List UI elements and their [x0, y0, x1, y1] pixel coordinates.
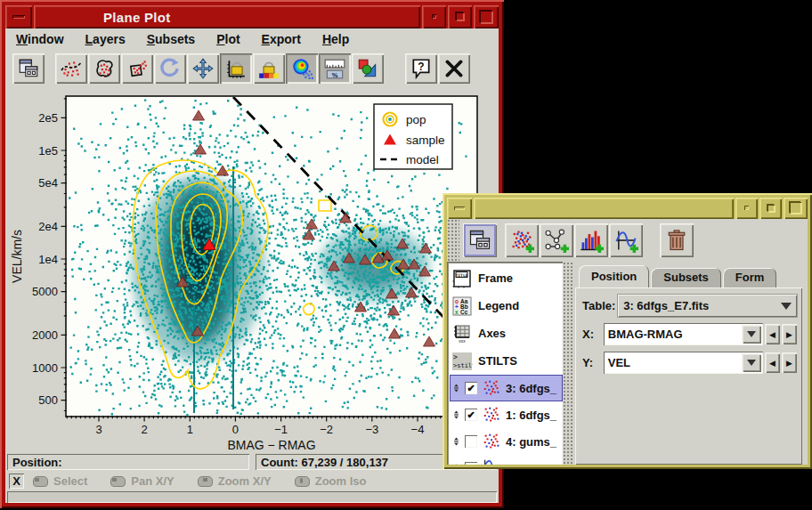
restore-button[interactable]	[474, 5, 499, 28]
layer-item-3[interactable]: 4: gums_	[450, 428, 563, 455]
window-menu-button[interactable]	[447, 198, 472, 219]
maximize-button[interactable]	[448, 5, 472, 28]
stack-item-label: Frame	[478, 271, 513, 285]
hint-label: Pan X/Y	[131, 474, 174, 488]
plane-plot-chart[interactable]: 3210−1−2−3−42e51e55e42e41e45000200010005…	[5, 87, 499, 455]
legend-icon: oAa+BbxCc	[451, 295, 473, 317]
aux-percent-button[interactable]: %	[319, 53, 351, 84]
menu-subsets[interactable]: Subsets	[147, 32, 195, 46]
layer-visibility-checkbox[interactable]: ✔	[465, 462, 477, 465]
layer-item-4[interactable]: ✔Function	[450, 455, 563, 465]
titlebar[interactable]: Plane Plot	[5, 5, 499, 28]
panel-divider[interactable]	[563, 262, 573, 465]
y-dropdown-button[interactable]	[742, 353, 761, 372]
layer-visibility-checkbox[interactable]: ✔	[465, 382, 477, 394]
menu-export[interactable]: Export	[262, 32, 301, 46]
rescale-x-button[interactable]	[88, 53, 120, 84]
windows-button[interactable]	[463, 223, 497, 257]
reorder-handle-icon[interactable]	[451, 406, 461, 424]
x-next-button[interactable]: ▶	[782, 324, 797, 344]
menu-help[interactable]: Help	[322, 32, 349, 46]
minimize-button[interactable]	[735, 198, 758, 219]
window-body: TITLEFrameoAa+BbxCcLegendxxxAxes>>stilts…	[447, 219, 808, 465]
toolbar-grip[interactable]	[447, 219, 459, 262]
x-field-row: X: BMAG-RMAG ◀ ▶	[582, 323, 797, 345]
svg-text:TITLE: TITLE	[456, 272, 468, 277]
lock-axes-button[interactable]	[220, 53, 252, 84]
x-tick-label: 0	[232, 423, 239, 436]
x-coordinate-combo[interactable]: BMAG-RMAG	[604, 323, 763, 345]
titlebar[interactable]	[447, 198, 808, 219]
stack-item-legend[interactable]: oAa+BbxCcLegend	[450, 292, 563, 320]
menu-plot[interactable]: Plot	[216, 32, 240, 46]
reorder-handle-icon[interactable]	[451, 433, 461, 450]
menu-layers[interactable]: Layers	[85, 32, 126, 46]
window-menu-button[interactable]	[5, 5, 32, 28]
add-scatter-layer-button[interactable]	[505, 223, 539, 257]
replot-icon	[158, 57, 182, 80]
layer-visibility-checkbox[interactable]	[465, 435, 477, 448]
scatter-layer-icon	[481, 432, 502, 451]
lock-aux-range-button[interactable]	[253, 53, 285, 84]
close-button[interactable]	[438, 53, 470, 84]
y-label: Y:	[582, 356, 604, 369]
svg-text:Cc: Cc	[460, 308, 468, 314]
add-function-layer-button[interactable]	[609, 223, 643, 257]
x-label: X:	[582, 328, 604, 341]
restore-button[interactable]	[784, 198, 808, 219]
reorder-handle-icon[interactable]	[451, 379, 461, 397]
add-histogram-layer-button[interactable]	[574, 223, 608, 257]
minimize-icon	[744, 206, 749, 210]
add-link-layer-button[interactable]	[540, 223, 573, 257]
maximize-button[interactable]	[759, 198, 782, 219]
aux-shader-button[interactable]	[286, 53, 318, 84]
help-button[interactable]: ?	[405, 53, 437, 84]
x-tick-label: −3	[365, 423, 378, 436]
layer-item-2[interactable]: ✔1: 6dfgs_	[450, 401, 563, 428]
selection-x-toggle[interactable]: X	[9, 474, 24, 489]
menubar: WindowLayersSubsetsPlotExportHelp	[5, 28, 499, 50]
y-axis-label: VEL/km/s	[10, 230, 24, 283]
svg-text:xxx: xxx	[459, 337, 466, 343]
layer-stack-list[interactable]: TITLEFrameoAa+BbxCcLegendxxxAxes>>stilts…	[447, 262, 563, 465]
y-tick-label: 1000	[32, 361, 58, 375]
aux-shader-icon	[290, 57, 313, 80]
pan-axes-button[interactable]	[187, 53, 219, 84]
table-field-row: Table: 3: 6dfgs_E7.fits	[582, 295, 797, 317]
x-coordinate-value: BMAG-RMAG	[604, 328, 742, 341]
table-select[interactable]: 3: 6dfgs_E7.fits	[618, 295, 797, 317]
main-toolbar: %?	[5, 50, 499, 87]
layer-visibility-checkbox[interactable]: ✔	[465, 409, 477, 421]
svg-text:>stilts: >stilts	[453, 362, 473, 369]
y-tick-label: 500	[38, 393, 58, 407]
rescale-button[interactable]	[55, 53, 87, 84]
delete-layer-button[interactable]	[660, 223, 694, 257]
menu-window[interactable]: Window	[16, 32, 64, 46]
plot-region[interactable]: 3210−1−2−3−42e51e55e42e41e45000200010005…	[5, 87, 499, 454]
x-prev-button[interactable]: ◀	[765, 324, 780, 344]
tab-subsets[interactable]: Subsets	[651, 268, 721, 287]
stack-item-axes[interactable]: xxxAxes	[450, 320, 563, 347]
replot-button[interactable]	[154, 53, 186, 84]
rescale-y-button[interactable]	[121, 53, 153, 84]
title-area[interactable]	[474, 198, 734, 219]
stack-item-frame[interactable]: TITLEFrame	[450, 264, 563, 292]
delete-layer-icon	[664, 228, 689, 253]
svg-text:?: ?	[418, 61, 424, 73]
minimize-button[interactable]	[422, 5, 446, 28]
y-prev-button[interactable]: ◀	[765, 352, 780, 373]
aux-percent-icon: %	[323, 57, 346, 80]
y-coordinate-combo[interactable]: VEL	[604, 352, 763, 374]
x-dropdown-button[interactable]	[742, 325, 761, 344]
tab-form[interactable]: Form	[723, 268, 777, 287]
layer-item-1[interactable]: ✔3: 6dfgs_	[450, 375, 563, 401]
title-area[interactable]: Plane Plot	[34, 5, 420, 28]
reorder-handle-icon[interactable]	[451, 459, 461, 465]
tab-position[interactable]: Position	[579, 265, 649, 287]
stack-item-stilts[interactable]: >>stiltsSTILTS	[450, 347, 563, 375]
position-tab-panel: Table: 3: 6dfgs_E7.fits X: BMAG-RMAG ◀	[575, 287, 802, 465]
y-next-button[interactable]: ▶	[782, 352, 797, 373]
windows-button[interactable]	[12, 53, 45, 84]
export-image-button[interactable]	[352, 53, 384, 84]
y-tick-label: 2e5	[38, 111, 58, 125]
